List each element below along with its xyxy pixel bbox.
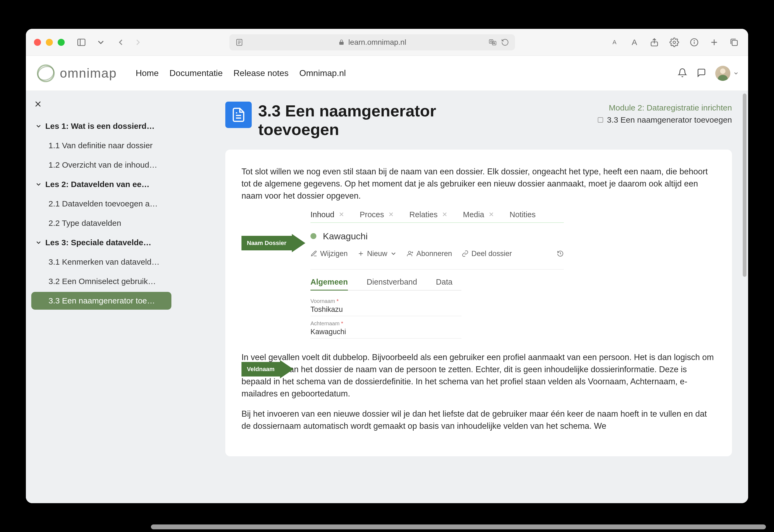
sidebar-item-3-2[interactable]: 3.2 Een Omniselect gebruik… — [31, 272, 171, 290]
svg-point-12 — [694, 40, 694, 41]
settings-gear-icon[interactable] — [668, 36, 680, 48]
avatar — [715, 66, 730, 81]
user-menu[interactable] — [715, 66, 739, 81]
maximize-window-button[interactable] — [58, 39, 65, 46]
close-icon: ✕ — [489, 211, 494, 218]
paragraph: Bij het invoeren van een nieuwe dossier … — [241, 408, 716, 432]
back-button[interactable] — [115, 36, 127, 48]
close-icon: ✕ — [388, 211, 394, 218]
diagram-dossier-name: Kawaguchi — [323, 231, 368, 241]
minimize-window-button[interactable] — [46, 39, 53, 46]
main-nav: Home Documentatie Release notes Omnimap.… — [136, 68, 346, 78]
address-bar[interactable]: learn.omnimap.nl — [229, 34, 515, 50]
pencil-icon — [310, 250, 317, 257]
link-icon — [462, 250, 469, 257]
diagram: Naam Dossier Veldnaam Inhoud✕ Proces✕ Re… — [241, 210, 716, 341]
svg-rect-0 — [78, 39, 85, 46]
diagram-dossier-name-row: Kawaguchi — [310, 231, 716, 241]
field-voornaam: Voornaam * Toshikazu — [310, 296, 461, 318]
translate-icon[interactable] — [489, 38, 497, 46]
text-size-small-button[interactable]: A — [609, 36, 620, 48]
chevron-down-icon[interactable] — [95, 36, 107, 48]
text-size-large-button[interactable]: A — [628, 36, 640, 48]
diag-tab-inhoud: Inhoud — [310, 210, 334, 219]
diagram-subtabs: Algemeen Dienstverband Data — [310, 278, 461, 291]
new-tab-icon[interactable] — [708, 36, 720, 48]
action-abonneren: Abonneren — [407, 250, 452, 258]
arrow-naam-dossier: Naam Dossier — [241, 234, 305, 252]
content-card: Tot slot willen we nog even stil staan b… — [225, 150, 732, 456]
breadcrumb-module[interactable]: Module 2: Dataregistratie inrichten — [598, 102, 732, 114]
diag-tab-notities: Notities — [510, 210, 536, 219]
diag-tab-media: Media — [463, 210, 484, 219]
sidebar-close-button[interactable] — [31, 96, 171, 117]
share-icon[interactable] — [648, 36, 660, 48]
subtab-algemeen: Algemeen — [310, 278, 348, 291]
action-nieuw: Nieuw — [357, 250, 397, 258]
sidebar: Les 1: Wat is een dossierd… 1.1 Van defi… — [26, 91, 177, 503]
logo-mark-icon — [35, 63, 57, 84]
url-text: learn.omnimap.nl — [348, 38, 406, 47]
sidebar-item-3-3[interactable]: 3.3 Een naamgenerator toe… — [31, 292, 171, 310]
site-settings-icon[interactable] — [235, 38, 243, 46]
subtab-dienstverband: Dienstverband — [367, 278, 417, 290]
nav-omnimap-nl[interactable]: Omnimap.nl — [299, 68, 346, 78]
close-icon: ✕ — [339, 211, 344, 218]
breadcrumb: Module 2: Dataregistratie inrichten 3.3 … — [598, 102, 732, 126]
chevron-down-icon — [35, 123, 42, 130]
nav-home[interactable]: Home — [136, 68, 158, 78]
logo-text: omnimap — [60, 66, 117, 81]
chat-icon[interactable] — [696, 68, 706, 79]
user-plus-icon — [407, 250, 414, 257]
plus-icon — [357, 250, 364, 257]
sidebar-item-1-1[interactable]: 1.1 Van definitie naar dossier — [31, 137, 171, 154]
sidebar-toggle-icon[interactable] — [75, 36, 87, 48]
svg-point-18 — [36, 64, 56, 82]
page-title: 3.3 Een naamgenerator toevoegen — [258, 102, 452, 139]
field-achternaam: Achternaam * Kawaguchi — [310, 318, 461, 341]
status-dot-icon — [310, 233, 316, 239]
app-header: omnimap Home Documentatie Release notes … — [26, 56, 748, 91]
info-icon[interactable] — [688, 36, 700, 48]
page-type-icon — [225, 102, 252, 128]
reload-icon[interactable] — [501, 38, 509, 46]
logo[interactable]: omnimap — [35, 63, 117, 84]
nav-release-notes[interactable]: Release notes — [233, 68, 289, 78]
diag-tab-relaties: Relaties — [409, 210, 438, 219]
checkbox-icon[interactable] — [598, 117, 603, 123]
close-window-button[interactable] — [34, 39, 41, 46]
chevron-down-icon — [35, 239, 42, 246]
arrow-veldnaam: Veldnaam — [241, 360, 293, 378]
paragraph: In veel gevallen voelt dit dubbelop. Bij… — [241, 351, 716, 400]
chevron-down-icon — [390, 250, 397, 257]
subtab-data: Data — [436, 278, 452, 290]
close-icon: ✕ — [442, 211, 447, 218]
svg-rect-15 — [732, 40, 738, 46]
diag-tab-proces: Proces — [360, 210, 384, 219]
lesson-2-header[interactable]: Les 2: Datavelden van ee… — [31, 175, 171, 193]
chevron-down-icon — [733, 70, 739, 76]
forward-button[interactable] — [132, 36, 144, 48]
lesson-1-header[interactable]: Les 1: Wat is een dossierd… — [31, 117, 171, 135]
sidebar-item-3-1[interactable]: 3.1 Kenmerken van dataveld… — [31, 253, 171, 271]
sidebar-item-2-2[interactable]: 2.2 Type datavelden — [31, 214, 171, 232]
diagram-actions: Wijzigen Nieuw Abonneren — [310, 250, 564, 270]
history-icon — [557, 250, 564, 257]
sidebar-item-2-1[interactable]: 2.1 Datavelden toevoegen a… — [31, 195, 171, 213]
titlebar: learn.omnimap.nl A A — [26, 29, 748, 56]
action-deel: Deel dossier — [462, 250, 512, 258]
sidebar-item-1-2[interactable]: 1.2 Overzicht van de inhoud… — [31, 156, 171, 174]
nav-documentatie[interactable]: Documentatie — [170, 68, 223, 78]
vertical-scrollbar[interactable] — [743, 94, 747, 277]
svg-point-26 — [409, 251, 411, 254]
action-wijzigen: Wijzigen — [310, 250, 348, 258]
chevron-down-icon — [35, 181, 42, 188]
svg-point-9 — [673, 41, 676, 43]
paragraph: Tot slot willen we nog even stil staan b… — [241, 166, 716, 202]
breadcrumb-page: 3.3 Een naamgenerator toevoegen — [607, 114, 732, 126]
tabs-overview-icon[interactable] — [728, 36, 740, 48]
diagram-top-tabs: Inhoud✕ Proces✕ Relaties✕ Media✕ Notitie… — [310, 210, 564, 223]
notifications-icon[interactable] — [678, 68, 687, 79]
lock-icon — [338, 39, 345, 46]
lesson-3-header[interactable]: Les 3: Speciale datavelde… — [31, 234, 171, 251]
